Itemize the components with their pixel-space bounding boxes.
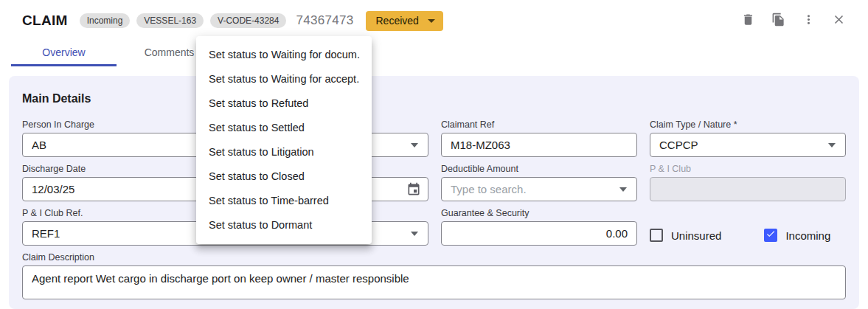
tab-bar: Overview Comments	[11, 41, 222, 66]
pi-club-input-disabled	[650, 177, 846, 201]
menu-item-settled[interactable]: Set status to Settled	[196, 116, 372, 140]
menu-item-closed[interactable]: Set status to Closed	[196, 164, 372, 189]
incoming-checkbox[interactable]	[764, 229, 777, 242]
page-title: CLAIM	[22, 13, 68, 29]
chevron-down-icon	[428, 19, 435, 23]
guarantee-security-label: Guarantee & Security	[441, 208, 637, 218]
menu-item-refuted[interactable]: Set status to Refuted	[196, 91, 372, 116]
deductible-amount-label: Deductible Amount	[441, 164, 637, 174]
incoming-checkbox-group[interactable]: Incoming	[764, 229, 830, 242]
deductible-amount-select[interactable]: Type to search.	[441, 177, 637, 201]
calendar-icon[interactable]	[406, 182, 421, 199]
close-icon	[832, 13, 846, 29]
claim-description-label: Claim Description	[22, 252, 846, 263]
dropdown-arrow-icon	[828, 143, 836, 147]
menu-item-waiting-documents[interactable]: Set status to Waiting for docum.	[196, 43, 372, 67]
uninsured-checkbox-group[interactable]: Uninsured	[650, 229, 721, 242]
checkbox-row: Uninsured Incoming	[650, 225, 846, 246]
header-actions	[739, 12, 847, 29]
deductible-placeholder: Type to search.	[451, 183, 527, 195]
claim-type-select[interactable]: CCPCP	[650, 133, 846, 157]
status-dropdown-button[interactable]: Received	[366, 11, 443, 31]
menu-item-litigation[interactable]: Set status to Litigation	[196, 140, 372, 164]
dropdown-arrow-icon	[619, 187, 627, 192]
status-menu: Set status to Waiting for docum. Set sta…	[196, 36, 372, 244]
delete-icon	[741, 13, 755, 29]
badge-direction: Incoming	[80, 13, 131, 28]
field-pi-club: P & I Club	[650, 164, 846, 201]
uninsured-label: Uninsured	[671, 229, 721, 242]
tab-overview[interactable]: Overview	[11, 41, 117, 66]
menu-item-time-barred[interactable]: Set status to Time-barred	[196, 189, 372, 213]
incoming-label: Incoming	[785, 229, 830, 242]
badge-vcode: V-CODE-43284	[210, 13, 286, 28]
delete-button[interactable]	[739, 12, 757, 29]
field-claimant-ref: Claimant Ref M18-MZ063	[441, 119, 637, 157]
field-claim-type: Claim Type / Nature * CCPCP	[650, 119, 846, 157]
field-claim-description: Claim Description Agent report Wet cargo…	[22, 252, 846, 299]
dropdown-arrow-icon	[411, 232, 418, 236]
uninsured-checkbox[interactable]	[650, 229, 663, 242]
more-options-button[interactable]	[799, 12, 817, 29]
claimant-ref-input[interactable]: M18-MZ063	[441, 133, 637, 157]
claim-number: 74367473	[296, 13, 353, 28]
claim-header: CLAIM Incoming VESSEL-163 V-CODE-43284 7…	[0, 0, 868, 41]
field-deductible-amount: Deductible Amount Type to search.	[441, 164, 637, 201]
more-vert-icon	[802, 13, 816, 29]
main-details-card: Main Details Person In Charge AB Claiman…	[9, 76, 859, 309]
menu-item-waiting-acceptance[interactable]: Set status to Waiting for accept.	[196, 67, 372, 91]
close-button[interactable]	[830, 12, 847, 29]
badge-vessel: VESSEL-163	[136, 13, 204, 28]
copy-button[interactable]	[769, 12, 787, 29]
status-label: Received	[376, 15, 419, 27]
form-grid: Person In Charge AB Claimant Ref M18-MZ0…	[22, 119, 846, 299]
field-guarantee-security: Guarantee & Security 0.00	[441, 208, 637, 246]
claim-type-label: Claim Type / Nature *	[650, 119, 846, 130]
pi-club-label: P & I Club	[650, 164, 846, 174]
guarantee-security-input[interactable]: 0.00	[441, 221, 637, 246]
menu-item-dormant[interactable]: Set status to Dormant	[196, 213, 372, 237]
claim-description-textarea[interactable]: Agent report Wet cargo in discharge port…	[22, 265, 846, 299]
dropdown-arrow-icon	[411, 143, 418, 147]
section-title: Main Details	[22, 92, 846, 105]
copy-icon	[771, 13, 785, 29]
checkmark-icon	[765, 229, 776, 242]
claimant-ref-label: Claimant Ref	[441, 119, 637, 130]
